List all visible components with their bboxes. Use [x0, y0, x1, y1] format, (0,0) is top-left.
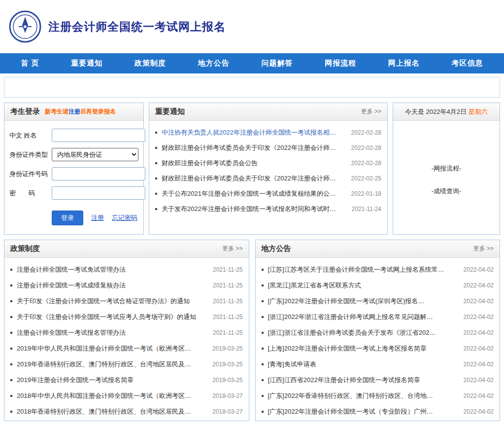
local-link[interactable]: [广东]2022年香港特别行政区、澳门特别行政区、台湾地…: [268, 391, 458, 400]
banner-box: [4, 77, 500, 98]
local-list: [江苏]江苏考区关于注册会计师全国统一考试网上报名系统常… 2022-04-02…: [256, 258, 500, 420]
local-more-link[interactable]: 更多 >>: [473, 245, 494, 253]
id-type-row: 身份证件类型 内地居民身份证: [9, 148, 138, 161]
list-item: [浙江]2022年浙江省注册会计师考试网上报名常见问题解… 2022-04-02: [262, 309, 494, 325]
local-date: 2022-04-02: [464, 361, 494, 368]
list-item: [浙江]浙江省注册会计师考试委员会关于发布《浙江省202… 2022-04-02: [262, 325, 494, 341]
local-link[interactable]: [江西]江西省2022年注册会计师全国统一考试报名简章: [268, 376, 458, 385]
login-button[interactable]: 登录: [52, 211, 83, 225]
policy-date: 2019-03-25: [212, 345, 242, 352]
today-weekday: 星期六: [469, 107, 488, 116]
name-row: 中文 姓名: [9, 129, 138, 142]
local-link[interactable]: [浙江]浙江省注册会计师考试委员会关于发布《浙江省202…: [268, 328, 458, 337]
policy-date: 2019-03-25: [212, 361, 242, 368]
policies-title: 政策制度: [10, 244, 40, 253]
policy-link[interactable]: 关于印发《注册会计师全国统一考试应考人员考场守则》的通知: [17, 313, 207, 321]
notice-link[interactable]: 关于发布2022年注册会计师全国统一考试报名时间和考试时…: [162, 205, 346, 213]
today-date: 今天是 2022年4月2日: [405, 107, 467, 116]
id-type-select[interactable]: 内地居民身份证: [52, 148, 138, 161]
bullet-icon: [155, 132, 157, 134]
password-label: 密 码: [9, 189, 52, 198]
bullet-icon: [10, 316, 12, 318]
local-link[interactable]: [青海]免试申请表: [268, 360, 458, 369]
policy-link[interactable]: 2019年香港特别行政区、澳门特别行政区、台湾地区居民及…: [17, 360, 206, 369]
policy-link[interactable]: 2018年香港特别行政区、澳门特别行政区、台湾地区居民及…: [17, 407, 206, 416]
register-link[interactable]: 注册: [91, 213, 104, 222]
list-item: [黑龙江]黑龙江省各考区联系方式 2022-04-02: [262, 278, 494, 293]
policy-link[interactable]: 注册会计师全国统一考试免试管理办法: [17, 265, 207, 274]
list-item: 关于公布2021年注册会计师全国统一考试成绩复核结果的公… 2022-01-18: [155, 186, 381, 201]
notice-date: 2022-02-28: [351, 160, 381, 167]
policy-date: 2021-11-25: [213, 298, 243, 305]
policies-more-link[interactable]: 更多 >>: [222, 245, 242, 253]
notice-date: 2021-11-24: [352, 206, 382, 212]
policy-date: 2021-11-25: [213, 314, 243, 320]
notice-link[interactable]: 中注协有关负责人就2022年注册会计师全国统一考试报名相…: [162, 128, 345, 137]
forgot-password-link[interactable]: 忘记密码: [112, 213, 137, 222]
policy-link[interactable]: 2019年注册会计师全国统一考试报名简章: [17, 376, 206, 385]
notices-list: 中注协有关负责人就2022年注册会计师全国统一考试报名相… 2022-02-28…: [149, 121, 387, 216]
main-nav: 首 页 重要通知 政策制度 地方公告 问题解答 网报流程 网上报名 考区信息: [0, 53, 504, 73]
name-label: 中文 姓名: [9, 131, 52, 140]
list-item: [广东]2022年香港特别行政区、澳门特别行政区、台湾地… 2022-04-02: [262, 388, 494, 404]
name-input[interactable]: [52, 129, 145, 142]
nav-item-process[interactable]: 网报流程: [325, 59, 356, 68]
list-item: 2018年中华人民共和国注册会计师全国统一考试（欧洲考区… 2018-03-27: [10, 388, 243, 404]
notice-link[interactable]: 财政部注册会计师考试委员会公告: [162, 159, 345, 168]
bullet-icon: [155, 162, 157, 164]
policy-link[interactable]: 2019年中华人民共和国注册会计师全国统一考试（欧洲考区…: [17, 344, 206, 353]
local-link[interactable]: [浙江]2022年浙江省注册会计师考试网上报名常见问题解…: [268, 313, 458, 321]
password-row: 密 码: [9, 186, 138, 200]
nav-item-home[interactable]: 首 页: [21, 59, 39, 68]
bullet-icon: [262, 411, 264, 413]
notice-link[interactable]: 关于公布2021年注册会计师全国统一考试成绩复核结果的公…: [162, 189, 345, 198]
quick-link-process[interactable]: -网报流程-: [393, 164, 500, 173]
nav-item-local-announcements[interactable]: 地方公告: [198, 59, 230, 68]
policy-date: 2018-03-27: [212, 392, 242, 399]
policies-list: 注册会计师全国统一考试免试管理办法 2021-11-25 注册会计师全国统一考试…: [4, 258, 249, 420]
policy-link[interactable]: 注册会计师全国统一考试报名管理办法: [17, 328, 207, 337]
nav-item-policies[interactable]: 政策制度: [134, 59, 166, 68]
policy-link[interactable]: 关于印发《注册会计师全国统一考试合格证管理办法》的通知: [17, 297, 207, 306]
bullet-icon: [10, 284, 12, 286]
bullet-icon: [155, 193, 157, 195]
local-link[interactable]: [广东]2022年注册会计师全国统一考试(深圳考区)报名…: [268, 297, 458, 306]
bullet-icon: [155, 208, 157, 210]
local-date: 2022-04-02: [464, 282, 494, 289]
list-item: 关于发布2022年注册会计师全国统一考试报名时间和考试时… 2021-11-24: [155, 201, 381, 216]
list-item: [广东]2022年注册会计师全国统一考试(深圳考区)报名… 2022-04-02: [262, 293, 494, 309]
nav-item-faq[interactable]: 问题解答: [261, 59, 293, 68]
list-item: 注册会计师全国统一考试免试管理办法 2021-11-25: [10, 262, 243, 278]
notice-date: 2022-02-28: [351, 144, 381, 151]
notice-link[interactable]: 财政部注册会计师考试委员会关于印发《2022年注册会计师…: [162, 143, 345, 152]
bullet-icon: [10, 363, 12, 365]
password-input[interactable]: [52, 186, 145, 200]
notice-link[interactable]: 财政部注册会计师考试委员会关于印发《2022年注册会计师…: [162, 174, 345, 183]
notice-suffix: 后再登录报名: [80, 108, 116, 115]
local-link[interactable]: [广东]2022年注册会计师全国统一考试（专业阶段）广州…: [268, 407, 458, 416]
new-candidate-notice: 新考生请注册后再登录报名: [45, 107, 116, 116]
notices-more-link[interactable]: 更多 >>: [361, 107, 381, 116]
policies-panel: 政策制度 更多 >> 注册会计师全国统一考试免试管理办法 2021-11-25 …: [4, 240, 249, 421]
nav-item-exam-areas[interactable]: 考区信息: [452, 59, 483, 68]
policy-link[interactable]: 2018年中华人民共和国注册会计师全国统一考试（欧洲考区…: [17, 391, 206, 400]
local-date: 2022-04-02: [464, 266, 494, 273]
local-link[interactable]: [江苏]江苏考区关于注册会计师全国统一考试网上报名系统常…: [268, 265, 458, 274]
list-item: [广东]2022年注册会计师全国统一考试（专业阶段）广州… 2022-04-02: [262, 404, 494, 420]
nav-item-online-registration[interactable]: 网上报名: [388, 59, 420, 68]
quick-link-score-query[interactable]: -成绩查询-: [393, 187, 500, 196]
nav-item-notices[interactable]: 重要通知: [71, 59, 102, 68]
list-item: 2019年香港特别行政区、澳门特别行政区、台湾地区居民及… 2019-03-25: [10, 356, 243, 372]
login-panel: 考生登录 新考生请注册后再登录报名 中文 姓名 身份证件类型 内地居民身份证 身…: [4, 103, 144, 235]
list-item: 中注协有关负责人就2022年注册会计师全国统一考试报名相… 2022-02-28: [155, 125, 381, 140]
date-panel: 今天是 2022年4月2日 星期六 -网报流程- -成绩查询-: [393, 103, 500, 235]
policy-link[interactable]: 注册会计师全国统一考试成绩复核办法: [17, 281, 207, 290]
local-link[interactable]: [上海]2022年注册会计师全国统一考试上海考区报名简章: [268, 344, 458, 353]
policy-date: 2021-11-25: [213, 329, 243, 336]
bullet-icon: [262, 316, 264, 318]
bullet-icon: [10, 348, 12, 350]
id-number-input[interactable]: [52, 167, 145, 180]
notice-register-link[interactable]: 注册: [68, 108, 80, 115]
local-link[interactable]: [黑龙江]黑龙江省各考区联系方式: [268, 281, 458, 290]
policies-panel-header: 政策制度 更多 >>: [4, 240, 249, 258]
